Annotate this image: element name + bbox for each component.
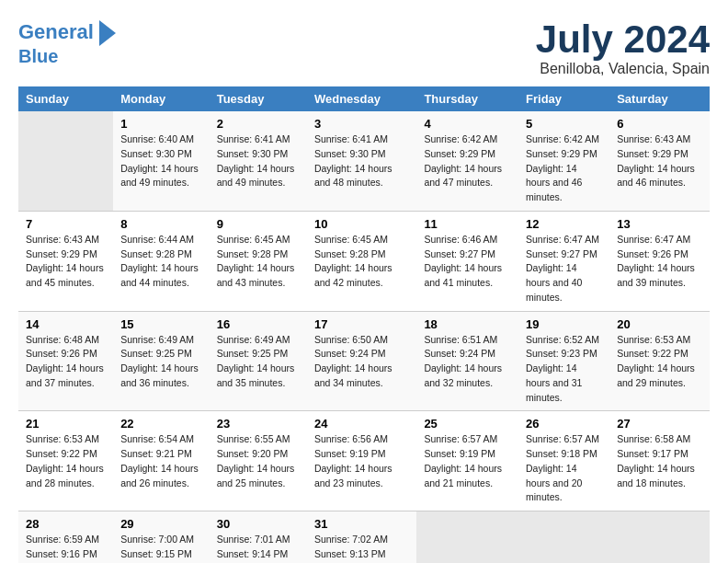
cell-content: Sunrise: 6:58 AMSunset: 9:17 PMDaylight:… (617, 432, 702, 490)
day-number: 22 (120, 417, 202, 431)
subtitle: Benilloba, Valencia, Spain (536, 61, 710, 77)
calendar-cell: 21Sunrise: 6:53 AMSunset: 9:22 PMDayligh… (18, 411, 113, 511)
day-number: 2 (217, 117, 300, 131)
calendar-cell: 23Sunrise: 6:55 AMSunset: 9:20 PMDayligh… (210, 411, 307, 511)
weekday-header-saturday: Saturday (609, 86, 710, 111)
logo-text: General (18, 21, 94, 43)
cell-content: Sunrise: 6:57 AMSunset: 9:19 PMDaylight:… (424, 432, 511, 490)
calendar-cell: 17Sunrise: 6:50 AMSunset: 9:24 PMDayligh… (307, 311, 416, 411)
cell-content: Sunrise: 6:52 AMSunset: 9:23 PMDaylight:… (526, 333, 602, 406)
cell-content: Sunrise: 6:47 AMSunset: 9:26 PMDaylight:… (617, 233, 702, 291)
cell-content: Sunrise: 7:01 AMSunset: 9:14 PMDaylight:… (217, 533, 300, 563)
day-number: 16 (217, 317, 300, 331)
cell-content: Sunrise: 6:56 AMSunset: 9:19 PMDaylight:… (314, 432, 409, 490)
calendar-cell: 22Sunrise: 6:54 AMSunset: 9:21 PMDayligh… (113, 411, 210, 511)
weekday-header-tuesday: Tuesday (210, 86, 307, 111)
calendar-cell (609, 511, 710, 563)
main-title: July 2024 (536, 18, 710, 61)
day-number: 25 (424, 417, 511, 431)
day-number: 31 (314, 517, 409, 531)
day-number: 3 (314, 117, 409, 131)
weekday-header-wednesday: Wednesday (307, 86, 416, 111)
cell-content: Sunrise: 6:46 AMSunset: 9:27 PMDaylight:… (424, 233, 511, 291)
calendar-cell: 31Sunrise: 7:02 AMSunset: 9:13 PMDayligh… (307, 511, 416, 563)
day-number: 27 (617, 417, 702, 431)
logo: General Blue (18, 18, 116, 66)
day-number: 17 (314, 317, 409, 331)
calendar-cell: 11Sunrise: 6:46 AMSunset: 9:27 PMDayligh… (416, 211, 518, 311)
calendar-cell: 14Sunrise: 6:48 AMSunset: 9:26 PMDayligh… (18, 311, 113, 411)
cell-content: Sunrise: 7:02 AMSunset: 9:13 PMDaylight:… (314, 533, 409, 563)
day-number: 19 (526, 317, 602, 331)
calendar-week-3: 14Sunrise: 6:48 AMSunset: 9:26 PMDayligh… (18, 311, 710, 411)
cell-content: Sunrise: 6:49 AMSunset: 9:25 PMDaylight:… (217, 333, 300, 391)
calendar-cell: 9Sunrise: 6:45 AMSunset: 9:28 PMDaylight… (210, 211, 307, 311)
cell-content: Sunrise: 6:55 AMSunset: 9:20 PMDaylight:… (217, 432, 300, 490)
cell-content: Sunrise: 6:45 AMSunset: 9:28 PMDaylight:… (314, 233, 409, 291)
day-number: 11 (424, 217, 511, 231)
calendar-cell: 30Sunrise: 7:01 AMSunset: 9:14 PMDayligh… (210, 511, 307, 563)
day-number: 23 (217, 417, 300, 431)
day-number: 4 (424, 117, 511, 131)
calendar-week-4: 21Sunrise: 6:53 AMSunset: 9:22 PMDayligh… (18, 411, 710, 511)
day-number: 14 (26, 317, 106, 331)
day-number: 15 (120, 317, 202, 331)
calendar-cell: 27Sunrise: 6:58 AMSunset: 9:17 PMDayligh… (609, 411, 710, 511)
cell-content: Sunrise: 6:47 AMSunset: 9:27 PMDaylight:… (526, 233, 602, 305)
calendar-week-5: 28Sunrise: 6:59 AMSunset: 9:16 PMDayligh… (18, 511, 710, 563)
day-number: 28 (26, 517, 106, 531)
cell-content: Sunrise: 6:59 AMSunset: 9:16 PMDaylight:… (26, 533, 106, 563)
day-number: 21 (26, 417, 106, 431)
day-number: 13 (617, 217, 702, 231)
title-block: July 2024 Benilloba, Valencia, Spain (536, 18, 710, 77)
cell-content: Sunrise: 6:42 AMSunset: 9:29 PMDaylight:… (526, 132, 602, 205)
day-number: 9 (217, 217, 300, 231)
cell-content: Sunrise: 6:40 AMSunset: 9:30 PMDaylight:… (120, 132, 202, 190)
cell-content: Sunrise: 6:41 AMSunset: 9:30 PMDaylight:… (314, 132, 409, 190)
cell-content: Sunrise: 6:51 AMSunset: 9:24 PMDaylight:… (424, 333, 511, 391)
calendar-cell: 8Sunrise: 6:44 AMSunset: 9:28 PMDaylight… (113, 211, 210, 311)
day-number: 29 (120, 517, 202, 531)
day-number: 10 (314, 217, 409, 231)
day-number: 12 (526, 217, 602, 231)
calendar-cell: 12Sunrise: 6:47 AMSunset: 9:27 PMDayligh… (518, 211, 609, 311)
calendar-cell: 2Sunrise: 6:41 AMSunset: 9:30 PMDaylight… (210, 111, 307, 211)
cell-content: Sunrise: 7:00 AMSunset: 9:15 PMDaylight:… (120, 533, 202, 563)
weekday-header-thursday: Thursday (416, 86, 518, 111)
cell-content: Sunrise: 6:53 AMSunset: 9:22 PMDaylight:… (617, 333, 702, 391)
calendar-cell: 3Sunrise: 6:41 AMSunset: 9:30 PMDaylight… (307, 111, 416, 211)
cell-content: Sunrise: 6:54 AMSunset: 9:21 PMDaylight:… (120, 432, 202, 490)
day-number: 6 (617, 117, 702, 131)
calendar-cell: 20Sunrise: 6:53 AMSunset: 9:22 PMDayligh… (609, 311, 710, 411)
calendar-cell: 15Sunrise: 6:49 AMSunset: 9:25 PMDayligh… (113, 311, 210, 411)
day-number: 30 (217, 517, 300, 531)
calendar-cell (18, 111, 113, 211)
cell-content: Sunrise: 6:43 AMSunset: 9:29 PMDaylight:… (26, 233, 106, 291)
cell-content: Sunrise: 6:49 AMSunset: 9:25 PMDaylight:… (120, 333, 202, 391)
cell-content: Sunrise: 6:57 AMSunset: 9:18 PMDaylight:… (526, 432, 602, 505)
cell-content: Sunrise: 6:48 AMSunset: 9:26 PMDaylight:… (26, 333, 106, 391)
calendar-cell: 16Sunrise: 6:49 AMSunset: 9:25 PMDayligh… (210, 311, 307, 411)
cell-content: Sunrise: 6:41 AMSunset: 9:30 PMDaylight:… (217, 132, 300, 190)
cell-content: Sunrise: 6:44 AMSunset: 9:28 PMDaylight:… (120, 233, 202, 291)
calendar-cell: 25Sunrise: 6:57 AMSunset: 9:19 PMDayligh… (416, 411, 518, 511)
calendar-cell: 26Sunrise: 6:57 AMSunset: 9:18 PMDayligh… (518, 411, 609, 511)
calendar-cell (416, 511, 518, 563)
cell-content: Sunrise: 6:45 AMSunset: 9:28 PMDaylight:… (217, 233, 300, 291)
calendar-table: SundayMondayTuesdayWednesdayThursdayFrid… (18, 86, 710, 563)
day-number: 24 (314, 417, 409, 431)
day-number: 26 (526, 417, 602, 431)
weekday-header-friday: Friday (518, 86, 609, 111)
calendar-cell: 13Sunrise: 6:47 AMSunset: 9:26 PMDayligh… (609, 211, 710, 311)
day-number: 20 (617, 317, 702, 331)
day-number: 1 (120, 117, 202, 131)
calendar-cell: 10Sunrise: 6:45 AMSunset: 9:28 PMDayligh… (307, 211, 416, 311)
calendar-week-1: 1Sunrise: 6:40 AMSunset: 9:30 PMDaylight… (18, 111, 710, 211)
page-header: General Blue July 2024 Benilloba, Valenc… (18, 18, 710, 77)
calendar-cell: 7Sunrise: 6:43 AMSunset: 9:29 PMDaylight… (18, 211, 113, 311)
logo-arrow-icon (99, 20, 116, 46)
day-number: 8 (120, 217, 202, 231)
cell-content: Sunrise: 6:42 AMSunset: 9:29 PMDaylight:… (424, 132, 511, 190)
weekday-header-row: SundayMondayTuesdayWednesdayThursdayFrid… (18, 86, 710, 111)
weekday-header-sunday: Sunday (18, 86, 113, 111)
